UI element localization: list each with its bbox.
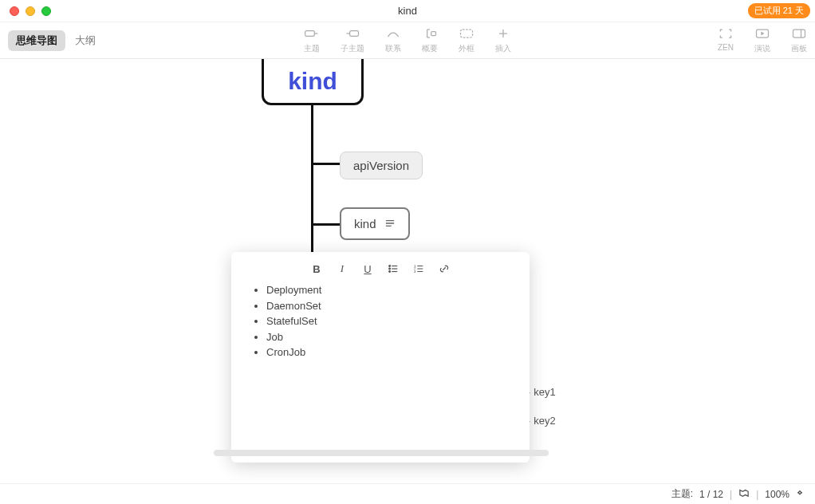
relationship-button[interactable]: 联系: [385, 27, 401, 54]
notes-format-toolbar: B I U 123: [244, 260, 517, 282]
underline-button[interactable]: U: [360, 262, 375, 276]
tab-mindmap[interactable]: 思维导图: [8, 30, 65, 51]
separator: |: [756, 489, 758, 500]
topic-label: 主题: [304, 43, 320, 54]
zen-icon: [718, 27, 734, 41]
bold-button[interactable]: B: [309, 262, 324, 276]
svg-point-7: [389, 268, 391, 270]
root-node[interactable]: kind: [262, 59, 364, 105]
svg-rect-3: [461, 30, 473, 37]
svg-rect-1: [350, 30, 359, 36]
separator: |: [730, 489, 732, 500]
horizontal-scrollbar[interactable]: [214, 450, 549, 456]
peek-key2: · key2: [528, 415, 556, 427]
summary-label: 概要: [422, 43, 438, 54]
subtopic-button[interactable]: 子主题: [341, 27, 364, 54]
relationship-label: 联系: [385, 43, 401, 54]
boundary-button[interactable]: 外框: [459, 27, 474, 54]
relationship-icon: [385, 27, 401, 41]
titlebar: kind 已试用 21 天: [0, 0, 815, 22]
toolbar: 思维导图 大纲 主题 子主题 联系 概要 外框 插入: [0, 22, 815, 59]
plus-icon: [495, 27, 511, 41]
note-item[interactable]: CronJob: [266, 345, 517, 360]
mindmap-canvas[interactable]: kind apiVersion kind · key1 · key2 B I U…: [0, 59, 815, 480]
svg-rect-5: [793, 30, 805, 37]
note-item[interactable]: StatefulSet: [266, 313, 517, 329]
italic-button[interactable]: I: [335, 262, 349, 276]
note-item[interactable]: Deployment: [266, 282, 517, 298]
boundary-label: 外框: [459, 43, 474, 54]
svg-text:3: 3: [414, 270, 416, 274]
insert-label: 插入: [495, 43, 511, 54]
note-icon[interactable]: [384, 217, 396, 230]
right-tools: ZEN 演说 画板: [718, 27, 807, 54]
note-item[interactable]: DaemonSet: [266, 298, 517, 314]
subtopic-icon: [345, 27, 360, 41]
window-title: kind: [0, 5, 815, 17]
insert-button[interactable]: 插入: [495, 27, 511, 54]
panel-label: 画板: [791, 43, 807, 54]
panel-icon: [791, 27, 807, 41]
window-controls: [0, 6, 51, 16]
connector-to-api: [311, 163, 340, 165]
status-topic-count: 1 / 12: [699, 489, 723, 500]
svg-point-8: [389, 271, 391, 273]
play-icon: [754, 27, 770, 41]
chevron-icon[interactable]: [796, 489, 804, 500]
zoom-level[interactable]: 100%: [765, 489, 789, 500]
ordered-list-button[interactable]: 123: [411, 262, 426, 276]
notes-popover[interactable]: B I U 123 Deployment DaemonSet StatefulS…: [231, 252, 530, 463]
subtopic-label: 子主题: [341, 43, 364, 54]
present-label: 演说: [754, 43, 770, 54]
tab-outline[interactable]: 大纲: [67, 30, 104, 51]
link-button[interactable]: [437, 262, 451, 276]
statusbar: 主题: 1 / 12 | | 100%: [0, 483, 815, 504]
note-list[interactable]: Deployment DaemonSet StatefulSet Job Cro…: [244, 282, 517, 360]
panel-button[interactable]: 画板: [791, 27, 807, 54]
topic-button[interactable]: 主题: [304, 27, 320, 54]
summary-button[interactable]: 概要: [422, 27, 438, 54]
node-kind[interactable]: kind: [340, 207, 410, 240]
summary-icon: [422, 27, 438, 41]
view-toggle: 思维导图 大纲: [8, 30, 104, 51]
bullet-list-button[interactable]: [386, 262, 400, 276]
node-apiversion[interactable]: apiVersion: [340, 152, 423, 179]
zen-label: ZEN: [718, 43, 734, 52]
node-kind-label: kind: [354, 217, 376, 230]
peek-key1: · key1: [528, 386, 556, 398]
status-topic-label: 主题:: [671, 487, 693, 501]
minimize-icon[interactable]: [26, 6, 35, 16]
note-item[interactable]: Job: [266, 329, 517, 345]
maximize-icon[interactable]: [41, 6, 51, 16]
trial-badge[interactable]: 已试用 21 天: [748, 3, 810, 18]
topic-icon: [304, 27, 320, 41]
center-tools: 主题 子主题 联系 概要 外框 插入: [304, 27, 511, 54]
map-icon[interactable]: [738, 488, 750, 500]
close-icon[interactable]: [10, 6, 19, 16]
svg-point-6: [389, 266, 391, 267]
svg-rect-2: [431, 31, 436, 35]
present-button[interactable]: 演说: [754, 27, 770, 54]
zen-button[interactable]: ZEN: [718, 27, 734, 54]
svg-rect-0: [305, 30, 315, 36]
boundary-icon: [459, 27, 474, 41]
connector-to-kind: [311, 223, 340, 226]
